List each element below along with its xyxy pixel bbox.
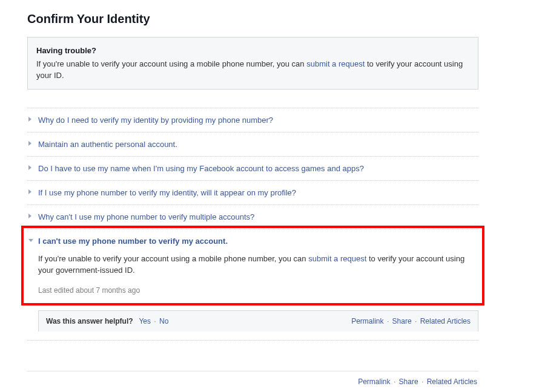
submit-request-link[interactable]: submit a request xyxy=(306,59,365,68)
separator: · xyxy=(415,317,417,325)
helpful-box: Was this answer helpful? Yes · No Permal… xyxy=(38,310,478,332)
related-articles-link[interactable]: Related Articles xyxy=(420,317,471,325)
faq-last-edited: Last edited about 7 months ago xyxy=(38,286,474,295)
faq-answer-body: If you're unable to verify your account … xyxy=(38,253,474,276)
dotted-divider xyxy=(27,340,478,341)
chevron-right-icon xyxy=(28,214,31,218)
faq-item-expanded[interactable]: I can't use my phone number to verify my… xyxy=(27,229,478,302)
chevron-right-icon xyxy=(28,117,31,122)
separator: · xyxy=(394,377,395,386)
faq-question[interactable]: Do I have to use my name when I'm using … xyxy=(38,164,364,173)
answer-text-before: If you're unable to verify your account … xyxy=(38,254,308,263)
faq-item[interactable]: If I use my phone number to verify my id… xyxy=(27,181,478,205)
main-container: Confirm Your Identity Having trouble? If… xyxy=(27,0,478,392)
chevron-right-icon xyxy=(28,189,31,194)
permalink-link[interactable]: Permalink xyxy=(351,317,383,325)
trouble-box: Having trouble? If you're unable to veri… xyxy=(27,37,478,90)
highlighted-section: I can't use my phone number to verify my… xyxy=(27,229,478,302)
separator: · xyxy=(387,317,389,325)
footer-share-link[interactable]: Share xyxy=(399,377,418,386)
faq-question[interactable]: Maintain an authentic personal account. xyxy=(38,140,177,149)
trouble-text-before: If you're unable to verify your account … xyxy=(36,59,306,68)
footer-permalink-link[interactable]: Permalink xyxy=(358,377,390,386)
page-title: Confirm Your Identity xyxy=(27,12,478,26)
faq-question[interactable]: Why can't I use my phone number to verif… xyxy=(38,212,254,221)
trouble-title: Having trouble? xyxy=(36,45,469,57)
chevron-right-icon xyxy=(28,141,31,146)
faq-list: Why do I need to verify my identity by p… xyxy=(27,108,478,341)
helpful-no-link[interactable]: No xyxy=(159,317,168,325)
separator: · xyxy=(154,317,156,325)
footer-related-articles-link[interactable]: Related Articles xyxy=(427,377,477,386)
faq-item[interactable]: Do I have to use my name when I'm using … xyxy=(27,157,478,181)
helpful-yes-link[interactable]: Yes xyxy=(139,317,151,325)
faq-item[interactable]: Why can't I use my phone number to verif… xyxy=(27,205,478,229)
chevron-down-icon xyxy=(28,239,33,242)
helpful-left: Was this answer helpful? Yes · No xyxy=(46,317,168,325)
helpful-question: Was this answer helpful? xyxy=(46,317,133,325)
footer-links: Permalink · Share · Related Articles xyxy=(27,371,478,393)
chevron-right-icon xyxy=(28,165,31,170)
faq-question-expanded[interactable]: I can't use my phone number to verify my… xyxy=(38,237,228,246)
faq-question[interactable]: Why do I need to verify my identity by p… xyxy=(38,116,273,125)
faq-question[interactable]: If I use my phone number to verify my id… xyxy=(38,188,296,197)
share-link[interactable]: Share xyxy=(392,317,412,325)
submit-request-link-answer[interactable]: submit a request xyxy=(308,254,366,263)
faq-item[interactable]: Maintain an authentic personal account. xyxy=(27,132,478,157)
helpful-right-links: Permalink · Share · Related Articles xyxy=(351,317,471,325)
faq-item[interactable]: Why do I need to verify my identity by p… xyxy=(27,108,478,132)
trouble-body: If you're unable to verify your account … xyxy=(36,58,469,82)
separator: · xyxy=(421,377,423,386)
